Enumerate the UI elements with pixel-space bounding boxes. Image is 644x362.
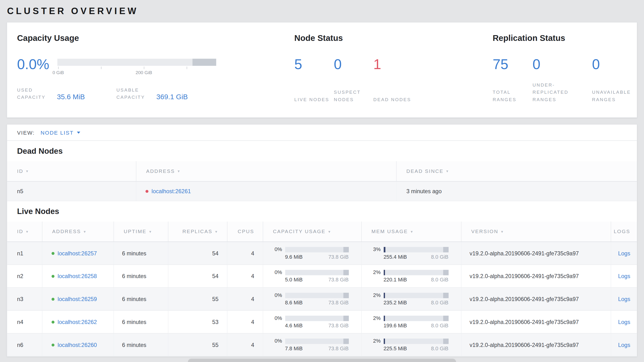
version-cell: v19.2.0-alpha.20190606-2491-gfe735c9a97 xyxy=(461,265,611,288)
live-nodes-stat: 5 LIVE NODES xyxy=(294,57,334,103)
dead-col-address[interactable]: ADDRESS▼ xyxy=(136,161,396,181)
unavailable-count: 0 xyxy=(592,57,638,72)
capacity-total-value: 73.8 GiB xyxy=(328,254,349,260)
node-address-cell: localhost:26261 xyxy=(136,182,396,201)
logs-link[interactable]: Logs xyxy=(618,296,630,302)
capacity-used-value: 8.6 MiB xyxy=(285,300,303,306)
axis-tick xyxy=(101,67,102,69)
unavailable-ranges-stat: 0 UNAVAILABLE RANGES xyxy=(592,57,638,103)
live-col-capacity-usage[interactable]: CAPACITY USAGE▼ xyxy=(263,222,362,242)
node-address-link[interactable]: localhost:26262 xyxy=(58,319,97,325)
logs-link[interactable]: Logs xyxy=(618,319,630,325)
mem-percent-label: 3% xyxy=(370,247,380,252)
cpus-cell: 4 xyxy=(227,242,263,265)
mem-used-value: 235.2 MiB xyxy=(384,300,407,306)
capacity-used-value: 4.6 MiB xyxy=(285,323,303,328)
sort-desc-icon: ▼ xyxy=(177,169,181,173)
table-header-row: ID▼ ADDRESS▼ DEAD SINCE▼ xyxy=(7,161,637,181)
replicas-cell: 53 xyxy=(168,310,227,333)
mem-total-value: 8.0 GiB xyxy=(431,346,448,351)
node-list-panel: VIEW: NODE LIST Dead Nodes ID▼ ADDRESS▼ … xyxy=(7,124,637,357)
live-col-logs: LOGS xyxy=(611,222,637,242)
cluster-overview-screen: CLUSTER OVERVIEW Capacity Usage 0.0% 0 xyxy=(0,0,644,362)
node-address-cell: localhost:26262 xyxy=(42,310,114,333)
replication-status-section: Replication Status 75 TOTAL RANGES 0 UND… xyxy=(493,33,638,103)
node-address-link[interactable]: localhost:26261 xyxy=(152,188,191,194)
live-col-uptime[interactable]: UPTIME▼ xyxy=(114,222,168,242)
logs-cell: Logs xyxy=(611,310,637,333)
replicas-cell: 54 xyxy=(168,265,227,288)
capacity-usage-title: Capacity Usage xyxy=(17,33,294,43)
dead-nodes-table: ID▼ ADDRESS▼ DEAD SINCE▼ n5 localhost:26… xyxy=(7,161,637,201)
node-id-cell: n6 xyxy=(7,333,42,356)
node-address-link[interactable]: localhost:26259 xyxy=(58,296,97,302)
capacity-bar-reserved-segment xyxy=(192,59,216,66)
node-address-link[interactable]: localhost:26260 xyxy=(58,342,97,348)
cluster-summary-card: Capacity Usage 0.0% 0 GiB 200 GiB xyxy=(7,22,637,118)
uptime-cell: 6 minutes xyxy=(114,288,168,311)
cpus-cell: 4 xyxy=(227,333,263,356)
dead-since-cell: 3 minutes ago xyxy=(396,182,637,201)
mem-usage-bar xyxy=(384,270,448,275)
usable-capacity-label: USABLE CAPACITY xyxy=(116,87,150,101)
live-col-address[interactable]: ADDRESS▼ xyxy=(42,222,114,242)
mem-usage-cell: 2%225.5 MiB8.0 GiB xyxy=(362,333,461,356)
capacity-usage-bar xyxy=(285,270,348,275)
mem-usage-bar xyxy=(384,315,448,321)
dead-col-id[interactable]: ID▼ xyxy=(7,161,136,181)
logs-cell: Logs xyxy=(611,265,637,288)
live-col-cpus[interactable]: CPUS xyxy=(227,222,263,242)
bottom-scrollbar-thumb[interactable] xyxy=(188,359,456,362)
node-address-link[interactable]: localhost:26257 xyxy=(58,250,97,256)
table-row: n5 localhost:26261 3 minutes ago xyxy=(7,182,637,201)
under-replicated-count: 0 xyxy=(532,57,592,72)
capacity-usage-cell: 0%8.6 MiB73.8 GiB xyxy=(263,288,362,311)
used-capacity-value: 35.6 MiB xyxy=(57,93,85,101)
view-dropdown[interactable]: NODE LIST xyxy=(40,129,80,136)
capacity-percent-label: 0% xyxy=(271,247,282,252)
capacity-used-value: 9.6 MiB xyxy=(285,254,303,260)
dead-nodes-section-title: Dead Nodes xyxy=(7,141,637,161)
mem-usage-cell: 3%255.4 MiB8.0 GiB xyxy=(362,242,461,265)
node-status-section: Node Status 5 LIVE NODES 0 SUSPECT NODES… xyxy=(294,33,493,103)
usable-capacity-stat: USABLE CAPACITY 369.1 GiB xyxy=(116,87,188,101)
live-col-mem-usage[interactable]: MEM USAGE▼ xyxy=(362,222,461,242)
table-row: n2localhost:262586 minutes5440%5.0 MiB73… xyxy=(7,265,637,288)
total-ranges-stat: 75 TOTAL RANGES xyxy=(493,57,532,103)
capacity-used-value: 7.8 MiB xyxy=(285,346,303,351)
uptime-cell: 6 minutes xyxy=(114,242,168,265)
node-address-cell: localhost:26258 xyxy=(42,265,114,288)
dead-nodes-count: 1 xyxy=(373,57,413,72)
capacity-percent-label: 0% xyxy=(271,315,282,321)
axis-tick xyxy=(58,67,59,69)
logs-link[interactable]: Logs xyxy=(618,273,630,279)
logs-cell: Logs xyxy=(611,242,637,265)
sort-desc-icon: ▼ xyxy=(328,230,332,234)
view-label: VIEW: xyxy=(17,129,34,136)
dead-col-dead-since[interactable]: DEAD SINCE▼ xyxy=(396,161,637,181)
capacity-usage-bar xyxy=(285,338,348,344)
live-col-version[interactable]: VERSION▼ xyxy=(461,222,611,242)
mem-total-value: 8.0 GiB xyxy=(431,277,448,283)
dead-status-icon xyxy=(145,190,148,193)
table-row: n4localhost:262626 minutes5340%4.6 MiB73… xyxy=(7,310,637,333)
capacity-usage-bar xyxy=(285,247,348,252)
usable-capacity-value: 369.1 GiB xyxy=(156,93,188,101)
replicas-cell: 55 xyxy=(168,333,227,356)
axis-tick xyxy=(187,67,187,69)
mem-used-value: 255.4 MiB xyxy=(384,254,407,260)
node-address-cell: localhost:26257 xyxy=(42,242,114,265)
logs-link[interactable]: Logs xyxy=(618,342,630,348)
capacity-total-value: 73.8 GiB xyxy=(328,300,349,306)
live-status-icon xyxy=(51,343,54,346)
live-nodes-table: ID▼ ADDRESS▼ UPTIME▼ REPLICAS▼ CPUS CAPA… xyxy=(7,222,637,356)
version-cell: v19.2.0-alpha.20190606-2491-gfe735c9a97 xyxy=(461,310,611,333)
dead-nodes-label: DEAD NODES xyxy=(373,96,413,103)
node-address-link[interactable]: localhost:26258 xyxy=(58,273,97,279)
replicas-cell: 55 xyxy=(168,288,227,311)
cpus-cell: 4 xyxy=(227,265,263,288)
logs-link[interactable]: Logs xyxy=(618,250,630,256)
mem-total-value: 8.0 GiB xyxy=(431,323,448,328)
live-col-id[interactable]: ID▼ xyxy=(7,222,42,242)
live-col-replicas[interactable]: REPLICAS▼ xyxy=(168,222,227,242)
